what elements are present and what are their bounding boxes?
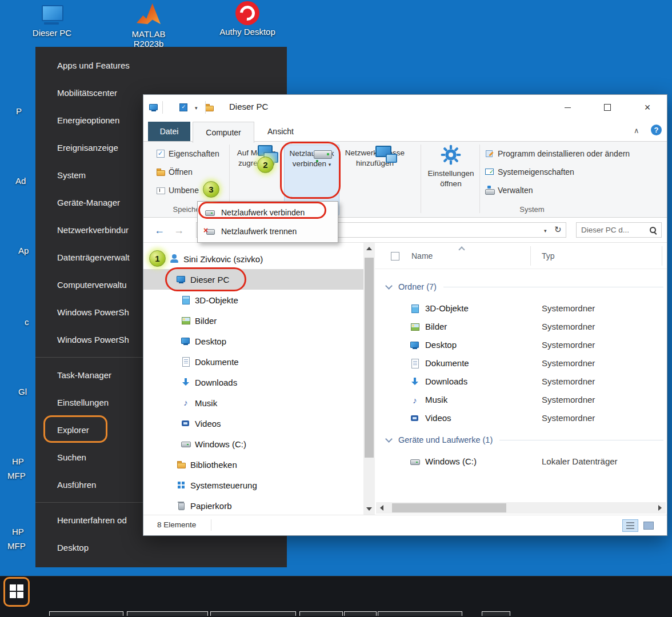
select-all-checkbox[interactable] [391, 252, 399, 261]
nav-item-dokumente[interactable]: Dokumente [143, 351, 363, 372]
minimize-button[interactable] [549, 95, 586, 120]
control-panel-icon [177, 480, 186, 490]
refresh-icon[interactable]: ↻ [554, 225, 562, 235]
file-name: Bilder [425, 322, 447, 331]
menu-item-label: Ausführen [57, 480, 96, 490]
nav-item-label: Windows (C:) [195, 439, 246, 449]
tab-datei[interactable]: Datei [148, 122, 190, 141]
column-divider[interactable] [662, 246, 662, 266]
add-network-location-button[interactable]: Netzwerkadresse hinzufügen [341, 145, 409, 215]
main-area: Sini Zivkovic (szivko) Dieser PC 3D-Obje… [143, 243, 667, 515]
properties-button[interactable]: Eigenschaften [156, 147, 219, 161]
column-header-name[interactable]: Name [411, 251, 433, 261]
uninstall-program-button[interactable]: Programm deinstallieren oder ändern [485, 147, 630, 161]
help-icon[interactable]: ? [651, 125, 662, 135]
search-input[interactable]: Dieser PC d... [576, 222, 662, 238]
status-bar: 8 Elemente [143, 515, 667, 535]
manage-button[interactable]: Verwalten [485, 183, 533, 197]
collapse-ribbon-icon[interactable]: ∧ [634, 126, 639, 135]
scroll-left-icon[interactable] [376, 502, 387, 514]
qat-new-folder-icon[interactable] [205, 103, 214, 112]
menu-item-desktop[interactable]: Desktop [35, 534, 287, 561]
column-header-typ[interactable]: Typ [542, 251, 555, 261]
group-header-geraete[interactable]: Geräte und Laufwerke (1) [379, 433, 663, 447]
scroll-down-icon[interactable] [363, 503, 375, 515]
file-row-desktop[interactable]: Desktop Systemordner [375, 336, 667, 354]
group-label: Geräte und Laufwerke (1) [398, 435, 493, 444]
thumbnail-view-icon [643, 522, 654, 530]
menu-item-apps-features[interactable]: Apps und Features [35, 51, 287, 79]
matlab-icon [134, 1, 163, 27]
dropdown-item-map-network-drive[interactable]: Netzlaufwerk verbinden [199, 203, 336, 222]
rename-button[interactable]: Umbene [156, 183, 199, 197]
file-name: Windows (C:) [425, 456, 477, 466]
nav-item-windows-c[interactable]: Windows (C:) [143, 434, 363, 454]
scrollbar-thumb[interactable] [392, 503, 506, 512]
network-drive-dropdown: Netzlaufwerk verbinden Netzlaufwerk tren… [197, 201, 338, 243]
taskbar-window-sliver[interactable] [127, 611, 208, 616]
nav-item-3d-objekte[interactable]: 3D-Objekte [143, 290, 363, 310]
open-icon [156, 167, 165, 177]
nav-item-bilder[interactable]: Bilder [143, 310, 363, 331]
desktop-icon-authy[interactable]: Authy Desktop [216, 1, 279, 37]
documents-icon [410, 359, 419, 368]
nav-item-label: Bibliotheken [190, 460, 237, 470]
nav-item-downloads[interactable]: Downloads [143, 372, 363, 392]
scroll-right-icon[interactable] [654, 502, 666, 514]
taskbar-window-sliver[interactable] [344, 611, 377, 616]
nav-item-systemsteuerung[interactable]: Systemsteuerung [143, 475, 363, 495]
nav-item-bibliotheken[interactable]: Bibliotheken [143, 454, 363, 475]
qat-properties-icon[interactable] [179, 103, 188, 112]
file-row-musik[interactable]: ♪ Musik Systemordner [375, 391, 667, 409]
group-rule [443, 287, 663, 287]
music-note-icon: ♪ [181, 398, 190, 407]
column-divider[interactable] [530, 246, 531, 266]
taskbar-window-sliver[interactable] [378, 611, 462, 616]
file-row-3d-objekte[interactable]: 3D-Objekte Systemordner [375, 299, 667, 318]
file-row-bilder[interactable]: Bilder Systemordner [375, 318, 667, 336]
nav-item-musik[interactable]: ♪ Musik [143, 392, 363, 413]
close-button[interactable]: × [629, 95, 666, 120]
open-button[interactable]: Öffnen [156, 165, 193, 179]
taskbar-window-sliver[interactable] [482, 611, 510, 616]
tab-ansicht[interactable]: Ansicht [258, 122, 303, 141]
horizontal-scrollbar[interactable] [376, 502, 666, 514]
details-view-button[interactable] [622, 519, 638, 532]
vertical-scrollbar[interactable] [363, 243, 375, 515]
address-dropdown-icon[interactable]: ▾ [544, 228, 547, 234]
nav-item-dieser-pc[interactable]: Dieser PC [143, 269, 363, 290]
file-name: Videos [425, 413, 451, 423]
file-row-videos[interactable]: Videos Systemordner [375, 409, 667, 427]
start-button[interactable] [0, 576, 33, 617]
nav-item-papierkorb[interactable]: Papierkorb [143, 495, 363, 515]
nav-item-user[interactable]: Sini Zivkovic (szivko) [143, 249, 363, 269]
scroll-up-icon[interactable] [363, 243, 375, 254]
file-row-downloads[interactable]: Downloads Systemordner [375, 372, 667, 391]
tab-computer[interactable]: Computer [193, 122, 254, 143]
nav-item-desktop[interactable]: Desktop [143, 331, 363, 351]
thumbnail-view-button[interactable] [641, 519, 657, 532]
maximize-button[interactable] [589, 95, 626, 120]
desktop: Dieser PC MATLAB R2023b Authy Desktop P … [0, 0, 672, 617]
group-header-ordner[interactable]: Ordner (7) [379, 280, 663, 294]
file-row-windows-c[interactable]: Windows (C:) Lokaler Datenträger [375, 452, 667, 471]
pictures-icon [181, 316, 190, 325]
tab-label: Computer [206, 128, 241, 137]
taskbar-window-sliver[interactable] [299, 611, 343, 616]
manage-icon [485, 186, 494, 195]
dropdown-item-disconnect-network-drive[interactable]: Netzlaufwerk trennen [199, 222, 336, 241]
desktop-icon-dieser-pc[interactable]: Dieser PC [21, 3, 83, 38]
nav-item-videos[interactable]: Videos [143, 413, 363, 434]
back-button[interactable]: ← [151, 222, 167, 238]
qat-caret-icon[interactable]: ▾ [195, 105, 198, 111]
taskbar-window-sliver[interactable] [49, 611, 123, 616]
file-row-dokumente[interactable]: Dokumente Systemordner [375, 354, 667, 372]
desktop-icon-matlab[interactable]: MATLAB R2023b [117, 1, 180, 49]
titlebar[interactable]: ▾ Dieser PC × [143, 95, 667, 120]
scrollbar-thumb[interactable] [365, 258, 374, 458]
taskbar-window-sliver[interactable] [210, 611, 296, 616]
forward-button[interactable]: → [171, 222, 187, 238]
3d-objects-icon [181, 295, 190, 305]
system-properties-button[interactable]: Systemeigenschaften [485, 165, 574, 179]
partial-desktop-label: HP [12, 527, 24, 536]
